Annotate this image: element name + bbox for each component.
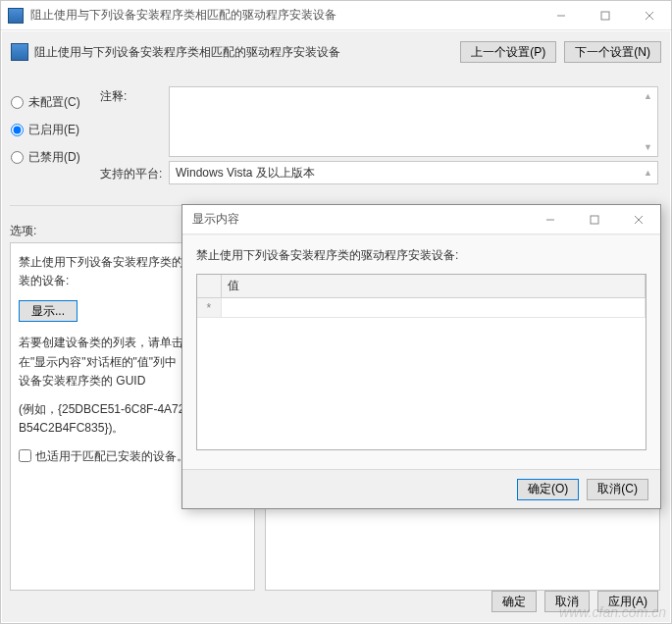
show-button[interactable]: 显示... xyxy=(19,300,78,322)
radio-disabled-label: 已禁用(D) xyxy=(28,149,80,166)
values-grid[interactable]: 值 * xyxy=(196,274,646,450)
titlebar-buttons xyxy=(539,1,671,29)
grid-new-row[interactable]: * xyxy=(197,298,646,318)
radio-not-configured[interactable]: 未配置(C) xyxy=(11,88,97,116)
grid-cell-value[interactable] xyxy=(221,298,646,318)
policy-icon xyxy=(11,43,28,61)
scroll-down-icon[interactable]: ▼ xyxy=(641,139,655,155)
main-title: 阻止使用与下列设备安装程序类相匹配的驱动程序安装设备 xyxy=(30,7,539,24)
radio-enabled[interactable]: 已启用(E) xyxy=(11,116,97,143)
cancel-button[interactable]: 取消 xyxy=(544,591,590,612)
radio-not-configured-input[interactable] xyxy=(11,96,24,109)
radio-disabled-input[interactable] xyxy=(11,151,24,164)
header-row: 阻止使用与下列设备安装程序类相匹配的驱动程序安装设备 上一个设置(P) 下一个设… xyxy=(11,41,661,80)
also-apply-checkbox-input[interactable] xyxy=(19,449,31,462)
radio-enabled-input[interactable] xyxy=(11,124,24,136)
options-label: 选项: xyxy=(10,223,36,239)
svg-rect-1 xyxy=(601,12,609,20)
platform-label: 支持的平台: xyxy=(100,166,162,182)
dialog-title: 显示内容 xyxy=(192,211,528,228)
next-setting-button[interactable]: 下一个设置(N) xyxy=(564,41,661,63)
radio-not-configured-label: 未配置(C) xyxy=(28,94,80,111)
dialog-prompt: 禁止使用下列设备安装程序类的驱动程序安装设备: xyxy=(196,247,646,264)
nav-buttons: 上一个设置(P) 下一个设置(N) xyxy=(460,41,661,63)
grid-row-marker: * xyxy=(197,298,221,318)
dialog-body: 禁止使用下列设备安装程序类的驱动程序安装设备: 值 * xyxy=(182,235,660,469)
dialog-titlebar-buttons xyxy=(528,205,660,234)
show-contents-dialog: 显示内容 禁止使用下列设备安装程序类的驱动程序安装设备: 值 * 确定(O) 取… xyxy=(181,204,661,509)
prev-setting-button[interactable]: 上一个设置(P) xyxy=(460,41,556,63)
also-apply-checkbox-label: 也适用于匹配已安装的设备。 xyxy=(35,447,188,466)
footer-buttons: 确定 取消 应用(A) xyxy=(491,591,658,612)
comment-label: 注释: xyxy=(100,88,127,105)
maximize-button[interactable] xyxy=(583,1,627,29)
ok-button[interactable]: 确定 xyxy=(491,591,537,612)
radio-disabled[interactable]: 已禁用(D) xyxy=(11,143,97,171)
app-icon xyxy=(8,8,24,24)
main-titlebar[interactable]: 阻止使用与下列设备安装程序类相匹配的驱动程序安装设备 xyxy=(1,1,671,30)
scroll-up-icon[interactable]: ▲ xyxy=(641,88,655,104)
platform-value: Windows Vista 及以上版本 xyxy=(176,165,315,182)
state-radio-group: 未配置(C) 已启用(E) 已禁用(D) xyxy=(11,88,97,171)
apply-button[interactable]: 应用(A) xyxy=(597,591,658,612)
grid-corner-header xyxy=(197,275,221,298)
dialog-minimize-button[interactable] xyxy=(528,205,572,234)
dialog-close-button[interactable] xyxy=(616,205,660,234)
radio-enabled-label: 已启用(E) xyxy=(28,122,79,138)
grid-column-header-value[interactable]: 值 xyxy=(221,275,646,298)
platform-scroll-icon[interactable]: ▲ xyxy=(641,165,655,181)
platform-box: Windows Vista 及以上版本 ▲ xyxy=(169,161,658,184)
policy-title: 阻止使用与下列设备安装程序类相匹配的驱动程序安装设备 xyxy=(34,41,460,61)
close-button[interactable] xyxy=(627,1,671,29)
dialog-maximize-button[interactable] xyxy=(572,205,616,234)
svg-rect-5 xyxy=(591,216,598,224)
dialog-titlebar[interactable]: 显示内容 xyxy=(182,205,660,234)
dialog-ok-button[interactable]: 确定(O) xyxy=(517,479,579,500)
dialog-cancel-button[interactable]: 取消(C) xyxy=(587,479,648,500)
minimize-button[interactable] xyxy=(539,1,583,29)
comment-textarea[interactable]: ▲ ▼ xyxy=(169,86,658,157)
dialog-footer: 确定(O) 取消(C) xyxy=(182,469,660,508)
